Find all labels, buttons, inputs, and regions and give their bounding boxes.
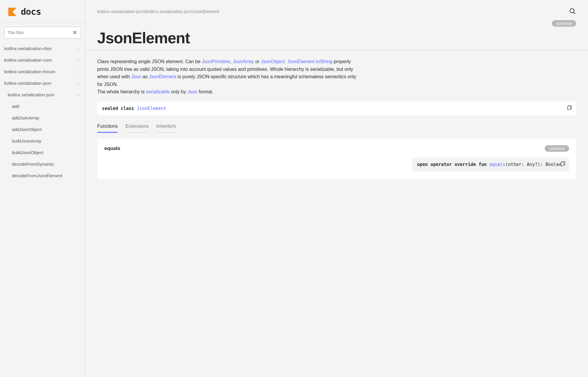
function-card-equals: equals common open operator override fun… xyxy=(97,139,576,179)
nav-leaf[interactable]: add xyxy=(0,100,85,112)
nav-item-hocon[interactable]: kotlinx-serialization-hocon ︿ xyxy=(0,66,85,77)
link-tostring[interactable]: JsonElement.toString xyxy=(287,59,332,64)
nav-sub-package[interactable]: kotlinx.serialization.json ︿ xyxy=(0,89,85,100)
link-jsonprimitive[interactable]: JsonPrimitive xyxy=(202,59,230,64)
nav-label: decodeFromDynamic xyxy=(12,162,54,167)
nav-item-cbor[interactable]: kotlinx-serialization-cbor ︿ xyxy=(0,43,85,54)
tab-inheritors[interactable]: Inheritors xyxy=(156,124,176,133)
nav-label: kotlinx-serialization-json xyxy=(4,81,51,86)
nav-label: kotlinx.serialization.json xyxy=(8,92,55,97)
nav-label: buildJsonArray xyxy=(12,138,41,143)
nav-label: buildJsonObject xyxy=(12,150,44,155)
nav-leaf[interactable]: decodeFromDynamic xyxy=(0,158,85,170)
nav-leaf[interactable]: buildJsonArray xyxy=(0,135,85,147)
svg-line-2 xyxy=(573,12,575,14)
svg-rect-6 xyxy=(561,162,564,166)
type-link[interactable]: JsonElement xyxy=(137,106,166,111)
nav-item-core[interactable]: kotlinx-serialization-core ︿ xyxy=(0,54,85,66)
nav-label: addJsonArray xyxy=(12,115,39,120)
tab-functions[interactable]: Functions xyxy=(97,124,118,133)
chevron-up-icon: ︿ xyxy=(76,69,80,74)
link-json[interactable]: Json xyxy=(131,74,141,79)
nav-list: kotlinx-serialization-cbor ︿ kotlinx-ser… xyxy=(0,41,85,181)
nav-label: add xyxy=(12,104,19,109)
nav-label: kotlinx-serialization-core xyxy=(4,57,52,63)
main-content: kotlinx-serialization-json/kotlinx.seria… xyxy=(85,0,588,377)
copy-icon[interactable] xyxy=(561,161,565,166)
sidebar: docs ✕ kotlinx-serialization-cbor ︿ kotl… xyxy=(0,0,85,377)
search-icon[interactable] xyxy=(569,8,576,15)
svg-rect-4 xyxy=(568,106,571,110)
platform-badge: common xyxy=(552,20,576,27)
link-jsonobject[interactable]: JsonObject xyxy=(261,59,285,64)
nav-item-json[interactable]: kotlinx-serialization-json ︿ xyxy=(0,77,85,89)
nav-leaf[interactable]: decodeFromJsonElement xyxy=(0,170,85,181)
chevron-up-icon: ︿ xyxy=(76,92,80,97)
filter-box[interactable]: ✕ xyxy=(4,27,81,39)
description: Class representing single JSON element. … xyxy=(85,50,370,99)
link-json2[interactable]: Json xyxy=(187,89,197,94)
logo-text: docs xyxy=(21,7,41,17)
nav-label: kotlinx-serialization-cbor xyxy=(4,46,52,51)
svg-marker-0 xyxy=(8,8,17,16)
nav-label: addJsonObject xyxy=(12,127,41,132)
clear-icon[interactable]: ✕ xyxy=(72,29,78,36)
platform-badge: common xyxy=(545,145,569,152)
nav-leaf[interactable]: addJsonArray xyxy=(0,112,85,124)
link-jsonelement[interactable]: JsonElement xyxy=(149,74,176,79)
logo-row: docs xyxy=(0,0,85,23)
function-name[interactable]: equals xyxy=(104,146,120,151)
link-serializable[interactable]: serializable xyxy=(146,89,170,94)
svg-point-1 xyxy=(570,9,574,13)
copy-icon[interactable] xyxy=(567,105,572,110)
nav-leaf[interactable]: addJsonObject xyxy=(0,124,85,135)
link-jsonarray[interactable]: JsonArray xyxy=(233,59,254,64)
filter-input[interactable] xyxy=(7,30,72,35)
function-signature: open operator override fun equals(other:… xyxy=(412,158,569,171)
chevron-up-icon: ︿ xyxy=(76,81,80,86)
nav-label: decodeFromJsonElement xyxy=(12,173,63,178)
func-link[interactable]: equals xyxy=(489,162,505,167)
tabs: Functions Extensions Inheritors xyxy=(85,115,588,133)
chevron-up-icon: ︿ xyxy=(76,57,80,63)
nav-leaf[interactable]: buildJsonObject xyxy=(0,147,85,158)
page-title: JsonElement xyxy=(97,29,576,47)
tab-extensions[interactable]: Extensions xyxy=(125,124,148,133)
nav-label: kotlinx-serialization-hocon xyxy=(4,69,55,74)
chevron-up-icon: ︿ xyxy=(76,46,80,51)
kotlin-logo-icon xyxy=(8,8,17,16)
class-signature: sealed class JsonElement xyxy=(97,102,576,115)
breadcrumb[interactable]: kotlinx-serialization-json/kotlinx.seria… xyxy=(97,9,219,14)
